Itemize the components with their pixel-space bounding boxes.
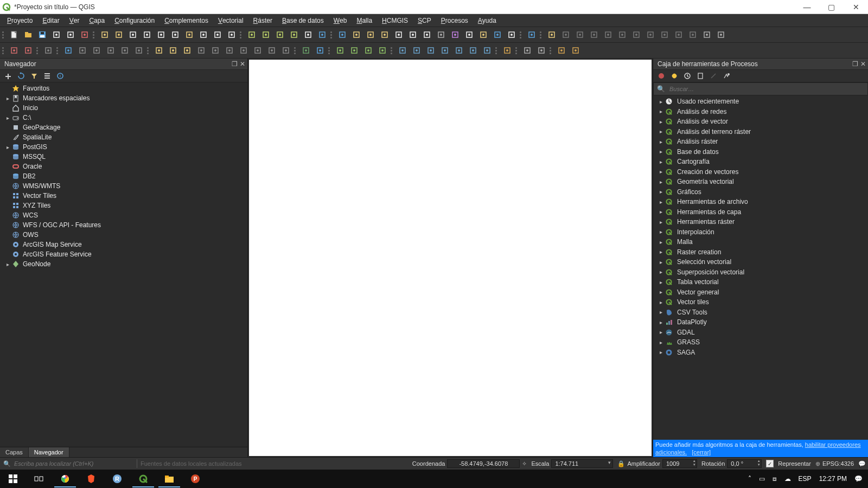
expand-arrow-icon[interactable]: ▸ (658, 209, 664, 215)
refresh-icon[interactable] (315, 28, 329, 41)
new-3d-view-icon[interactable] (259, 28, 273, 41)
processing-category-an-lisis-r-ster[interactable]: ▸Análisis ráster (654, 137, 867, 147)
change-label-icon[interactable] (279, 44, 293, 57)
new-bookmark-icon[interactable] (273, 28, 287, 41)
new-geopackage-icon[interactable] (75, 44, 90, 57)
processing-category-herramientas-de-capa[interactable]: ▸Herramientas de capa (654, 207, 867, 217)
map-tips-icon[interactable] (476, 28, 490, 41)
tray-language[interactable]: ESP (799, 475, 812, 483)
plugin-manager-icon[interactable] (520, 44, 534, 57)
help-icon[interactable] (525, 28, 539, 41)
window-minimize-button[interactable]: — (795, 0, 819, 14)
new-layout-icon[interactable] (49, 28, 63, 41)
processing-category-superposici-n-vectorial[interactable]: ▸Superposición vectorial (654, 267, 867, 278)
processing-category-creaci-n-de-vectores[interactable]: ▸Creación de vectores (654, 167, 867, 177)
processing-search-input[interactable] (668, 85, 864, 93)
render-checkbox[interactable]: ✓ (766, 460, 774, 467)
expand-arrow-icon[interactable]: ▸ (658, 289, 664, 295)
expand-arrow-icon[interactable]: ▸ (658, 269, 664, 275)
zoom-layer-icon[interactable] (196, 28, 210, 41)
qscp-icon[interactable] (21, 44, 35, 57)
menu-vectorial[interactable]: Vectorial (213, 14, 248, 27)
osm-place-search-icon[interactable] (299, 44, 313, 57)
add-point-icon[interactable] (333, 44, 347, 57)
browser-item-wms-wmts[interactable]: WMS/WMTS (2, 181, 246, 191)
processing-category-usado-recientemente[interactable]: ▸Usado recientemente (654, 97, 867, 107)
show-hide-labels-icon[interactable] (237, 44, 251, 57)
processing-category-csv-tools[interactable]: ▸CSV Tools (654, 307, 867, 318)
menu-scp[interactable]: SCP (413, 14, 436, 27)
expand-arrow-icon[interactable]: ▸ (4, 261, 11, 267)
menu-configuraci-n[interactable]: Configuración (110, 14, 159, 27)
browser-item-geopackage[interactable]: GeoPackage (2, 123, 246, 132)
history-icon[interactable] (681, 70, 693, 81)
cut-features-icon[interactable] (658, 28, 672, 41)
redo-icon[interactable] (714, 28, 728, 41)
new-spatialite-icon[interactable] (104, 44, 118, 57)
add-wfs-icon[interactable] (410, 44, 424, 57)
options-icon[interactable] (720, 70, 732, 81)
browser-item-wcs[interactable]: WCS (2, 210, 246, 220)
expand-arrow-icon[interactable]: ▸ (658, 179, 664, 185)
new-map-view-icon[interactable] (245, 28, 259, 41)
pin-labels-icon[interactable] (222, 44, 237, 57)
crs-value[interactable]: EPSG:4326 (822, 460, 854, 467)
zoom-native-icon[interactable] (154, 28, 168, 41)
locator-search[interactable]: 🔍 (0, 460, 133, 467)
rotation-value[interactable]: 0,0 ° (727, 459, 762, 468)
window-maximize-button[interactable]: ▢ (819, 0, 844, 14)
browser-tree[interactable]: Favoritos▸Marcadores espacialesInicio▸C:… (0, 82, 247, 447)
delete-selected-icon[interactable] (643, 28, 658, 41)
browser-item-marcadores-espaciales[interactable]: ▸Marcadores espaciales (2, 93, 246, 103)
zoom-full-icon[interactable] (168, 28, 182, 41)
menu-base-de-datos[interactable]: Base de datos (277, 14, 329, 27)
pin-icon[interactable] (41, 44, 55, 57)
paste-features-icon[interactable] (686, 28, 700, 41)
plugin-a-icon[interactable] (534, 44, 548, 57)
processing-category-selecci-n-vectorial[interactable]: ▸Selección vectorial (654, 257, 867, 267)
actions-icon[interactable] (349, 28, 363, 41)
labels-icon[interactable] (152, 44, 166, 57)
expand-arrow-icon[interactable]: ▸ (658, 99, 664, 105)
expand-arrow-icon[interactable]: ▸ (658, 119, 664, 125)
zoom-in-icon[interactable] (126, 28, 140, 41)
processing-category-herramientas-de-archivo[interactable]: ▸Herramientas de archivo (654, 197, 867, 207)
browser-item-arcgis-feature-service[interactable]: ArcGIS Feature Service (2, 249, 246, 259)
expand-arrow-icon[interactable]: ▸ (658, 309, 664, 315)
vertex-tool-icon[interactable] (615, 28, 629, 41)
pan-icon[interactable] (98, 28, 112, 41)
locator-input[interactable] (13, 460, 124, 467)
style-manager-icon[interactable] (78, 28, 92, 41)
georef-icon[interactable] (500, 44, 514, 57)
browser-item-arcgis-map-service[interactable]: ArcGIS Map Service (2, 240, 246, 249)
processing-category-tabla-vectorial[interactable]: ▸Tabla vectorial (654, 277, 867, 287)
menu-hcmgis[interactable]: HCMGIS (377, 14, 413, 27)
measure-icon[interactable] (462, 28, 476, 41)
expand-arrow-icon[interactable]: ▸ (658, 339, 664, 345)
pan-selection-icon[interactable] (112, 28, 126, 41)
zoom-next-icon[interactable] (225, 28, 239, 41)
taskbar-app-qgis[interactable] (130, 470, 156, 488)
collapse-all-icon[interactable] (41, 70, 53, 81)
add-line-icon[interactable] (347, 44, 361, 57)
identify-icon[interactable] (335, 28, 349, 41)
zoom-last-icon[interactable] (210, 28, 225, 41)
expand-arrow-icon[interactable]: ▸ (658, 159, 664, 165)
add-rect-icon[interactable] (375, 44, 390, 57)
processing-category-an-lisis-de-redes[interactable]: ▸Análisis de redes (654, 107, 867, 117)
taskbar-app-explorer[interactable] (156, 470, 182, 488)
move-feature-icon[interactable] (601, 28, 615, 41)
menu-proyecto[interactable]: Proyecto (2, 14, 37, 27)
scale-combo[interactable]: 1:74.711 (551, 459, 613, 468)
add-wms-icon[interactable] (395, 44, 410, 57)
add-vtiles-icon[interactable] (452, 44, 466, 57)
zoom-selection-icon[interactable] (182, 28, 196, 41)
expand-arrow-icon[interactable]: ▸ (658, 108, 664, 114)
expand-arrow-icon[interactable]: ▸ (658, 149, 664, 155)
menu-procesos[interactable]: Procesos (436, 14, 473, 27)
zoom-out-icon[interactable] (140, 28, 154, 41)
save-project-icon[interactable] (35, 28, 49, 41)
browser-item-vector-tiles[interactable]: Vector Tiles (2, 191, 246, 201)
expand-arrow-icon[interactable]: ▸ (658, 259, 664, 265)
highlight-pinned-icon[interactable] (208, 44, 222, 57)
